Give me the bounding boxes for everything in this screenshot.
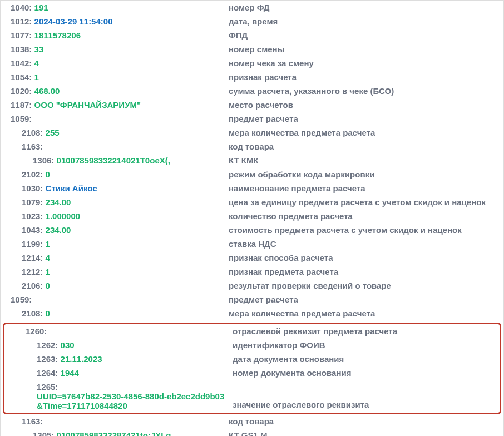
- tag-code: 1012:: [11, 17, 34, 26]
- tag-value: 33: [34, 44, 44, 54]
- tag-value: 255: [46, 128, 60, 137]
- tag-description: признак способа расчета: [229, 253, 503, 262]
- tag-row: 1043: 234.00стоимость предмета расчета с…: [1, 224, 503, 238]
- tag-code: 1263:: [37, 354, 61, 364]
- tag-code: 1042:: [11, 58, 34, 68]
- tag-left: 1262: 030: [4, 340, 233, 350]
- tag-left: 1163:: [1, 417, 229, 426]
- tag-description: количество предмета расчета: [229, 211, 503, 221]
- tag-description: код товара: [229, 142, 503, 151]
- tag-code: 1262:: [37, 340, 61, 350]
- tag-left: 2106: 0: [1, 281, 229, 290]
- tag-value: 1944: [61, 368, 79, 378]
- tag-row: 1020: 468.00сумма расчета, указанного в …: [1, 85, 503, 99]
- tag-left: 1040: 191: [1, 3, 229, 12]
- tag-code: 1306:: [33, 156, 57, 165]
- tag-left: 1020: 468.00: [1, 86, 229, 96]
- tag-row: 1263: 21.11.2023дата документа основания: [4, 353, 500, 367]
- tag-left: 1077: 1811578206: [1, 31, 229, 40]
- tag-row: 1264: 1944номер документа основания: [4, 367, 500, 381]
- tag-value: 0: [46, 281, 50, 290]
- tag-left: 1187: ООО "ФРАНЧАЙЗАРИУМ": [1, 100, 229, 110]
- tag-left: 2108: 255: [1, 128, 229, 137]
- tag-value: 21.11.2023: [61, 354, 102, 364]
- tag-description: цена за единицу предмета расчета с учето…: [229, 197, 503, 207]
- tag-description: идентификатор ФОИВ: [233, 340, 500, 350]
- tag-code: 1187:: [11, 100, 34, 110]
- tag-description: дата, время: [229, 17, 503, 26]
- tag-row: 1059: предмет расчета: [1, 113, 503, 127]
- tag-row: 1012: 2024-03-29 11:54:00дата, время: [1, 16, 503, 29]
- tag-value: 234.00: [46, 197, 71, 207]
- tag-description: стоимость предмета расчета с учетом скид…: [229, 225, 503, 235]
- tag-code: 1214:: [22, 253, 46, 262]
- tag-value: 0: [46, 309, 50, 318]
- tag-code: 1020:: [11, 86, 34, 96]
- tag-description: результат проверки сведений о товаре: [229, 281, 503, 290]
- tag-row: 1054: 1признак расчета: [1, 71, 503, 85]
- tag-value: 030: [61, 340, 75, 350]
- tag-code: 1023:: [22, 211, 46, 221]
- tag-value: 1: [46, 239, 50, 249]
- tag-code: 1260:: [26, 326, 50, 336]
- tag-description: номер документа основания: [233, 368, 500, 378]
- tag-row: 1260: отраслевой реквизит предмета расче…: [4, 325, 500, 339]
- tag-left: 1260:: [4, 326, 233, 336]
- tag-row: 1199: 1ставка НДС: [1, 238, 503, 252]
- tag-code: 1077:: [11, 31, 34, 40]
- tag-left: 1042: 4: [1, 58, 229, 68]
- tag-left: 1306: 010078598332214021T0oeX(,: [1, 156, 229, 165]
- tag-code: 1040:: [11, 3, 34, 12]
- tag-left: 1265: UUID=57647b82-2530-4856-880d-eb2ec…: [4, 382, 233, 410]
- tag-description: КТ КМК: [229, 156, 503, 165]
- tag-value: 010078598332287421to:JXLq: [57, 430, 171, 436]
- tag-value: 1: [34, 72, 39, 82]
- tag-row: 2106: 0результат проверки сведений о тов…: [1, 280, 503, 294]
- tag-left: 1163:: [1, 142, 229, 151]
- tag-description: предмет расчета: [229, 114, 503, 123]
- tag-left: 1214: 4: [1, 253, 229, 262]
- tag-code: 1163:: [22, 417, 46, 426]
- tag-value: 1811578206: [34, 31, 81, 40]
- tag-description: мера количества предмета расчета: [229, 128, 503, 137]
- tag-code: 1212:: [22, 267, 46, 276]
- tag-left: 1305: 010078598332287421to:JXLq: [1, 430, 229, 436]
- tag-code: 1265:: [37, 382, 61, 392]
- tag-code: 1059:: [11, 295, 34, 304]
- tag-row: 1265: UUID=57647b82-2530-4856-880d-eb2ec…: [4, 381, 500, 412]
- tag-code: 1038:: [11, 44, 34, 54]
- tag-row: 2108: 255мера количества предмета расчет…: [1, 127, 503, 141]
- tag-description: значение отраслевого реквизита: [233, 400, 500, 410]
- tag-row: 1079: 234.00цена за единицу предмета рас…: [1, 196, 503, 210]
- tag-row: 1305: 010078598332287421to:JXLqКТ GS1.M: [1, 429, 503, 436]
- tag-code: 1054:: [11, 72, 34, 82]
- tag-code: 1043:: [22, 225, 46, 235]
- tag-description: признак расчета: [229, 72, 503, 82]
- tag-value: 0: [46, 170, 50, 179]
- tag-left: 1023: 1.000000: [1, 211, 229, 221]
- tag-code: 2102:: [22, 170, 46, 179]
- tag-left: 1079: 234.00: [1, 197, 229, 207]
- tag-value: 191: [34, 3, 48, 12]
- tag-row: 1212: 1признак предмета расчета: [1, 266, 503, 280]
- tag-description: ФПД: [229, 31, 503, 40]
- tag-code: 1264:: [37, 368, 61, 378]
- tag-row: 1163: код товара: [1, 415, 503, 429]
- tag-left: 1038: 33: [1, 44, 229, 54]
- tag-row: 1214: 4признак способа расчета: [1, 252, 503, 266]
- tag-description: ставка НДС: [229, 239, 503, 249]
- tag-left: 1212: 1: [1, 267, 229, 276]
- tag-code: 1059:: [11, 114, 34, 123]
- tag-left: 1059:: [1, 114, 229, 123]
- tag-value: 4: [34, 58, 39, 68]
- tag-row: 1059: предмет расчета: [1, 294, 503, 308]
- tag-code: 2106:: [22, 281, 46, 290]
- tag-left: 1030: Стики Айкос: [1, 184, 229, 193]
- tag-description: дата документа основания: [233, 354, 500, 364]
- tag-description: признак предмета расчета: [229, 267, 503, 276]
- tag-description: номер смены: [229, 44, 503, 54]
- tag-left: 1059:: [1, 295, 229, 304]
- tag-value: 1: [46, 267, 50, 276]
- tag-code: 2108:: [22, 309, 46, 318]
- tag-description: мера количества предмета расчета: [229, 309, 503, 318]
